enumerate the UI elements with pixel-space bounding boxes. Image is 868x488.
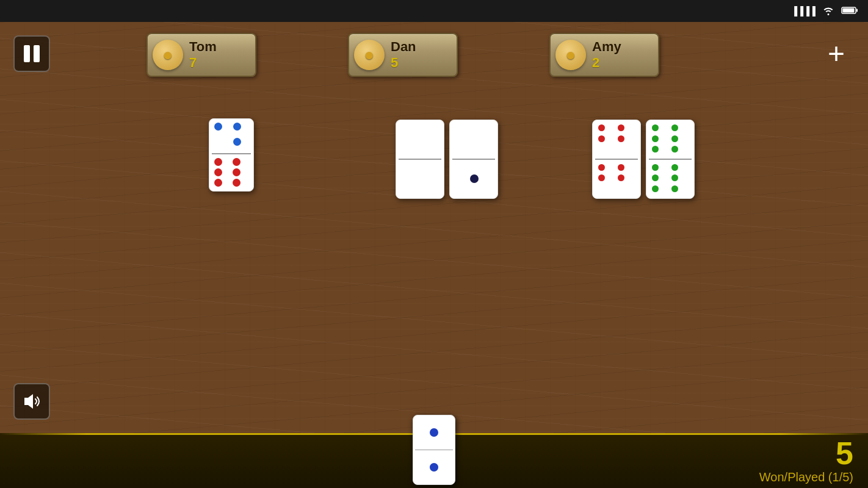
svg-rect-1 (843, 8, 855, 12)
svg-rect-2 (856, 9, 858, 12)
player-badge-dan: Dan 5 (348, 33, 458, 77)
player-name-dan: Dan (391, 39, 416, 55)
game-area: + Tom 7 Dan 5 Amy 2 (0, 22, 868, 433)
player-name-amy: Amy (592, 39, 621, 55)
score-display: 5 Won/Played (1/5) (759, 437, 853, 484)
player-score-amy: 2 (592, 55, 621, 71)
avatar-tom (153, 40, 183, 70)
avatar-amy (555, 40, 586, 70)
battery-icon (841, 6, 858, 16)
wifi-icon (822, 5, 835, 17)
player-badge-tom: Tom 7 (146, 33, 256, 77)
tom-domino (209, 118, 254, 192)
player-name-tom: Tom (189, 39, 217, 55)
avatar-dan (354, 40, 385, 70)
player-score-tom: 7 (189, 55, 217, 71)
bottom-bar: 5 Won/Played (1/5) (0, 433, 868, 488)
svg-marker-3 (24, 394, 33, 409)
player-score-number: 5 (759, 437, 853, 469)
amy-domino-right (646, 120, 695, 199)
player-badge-amy: Amy 2 (549, 33, 659, 77)
amy-domino-left (592, 120, 641, 199)
won-played-label: Won/Played (1/5) (759, 470, 853, 484)
dan-domino-left (396, 120, 444, 199)
player-domino[interactable] (413, 415, 455, 485)
player-score-dan: 5 (391, 55, 416, 71)
status-bar: ▐▐▐▐ (0, 0, 868, 22)
signal-icon: ▐▐▐▐ (791, 6, 816, 16)
sound-button[interactable] (13, 383, 50, 420)
dan-domino-right (449, 120, 498, 199)
pause-button[interactable] (13, 35, 50, 72)
plus-button[interactable]: + (818, 35, 855, 72)
